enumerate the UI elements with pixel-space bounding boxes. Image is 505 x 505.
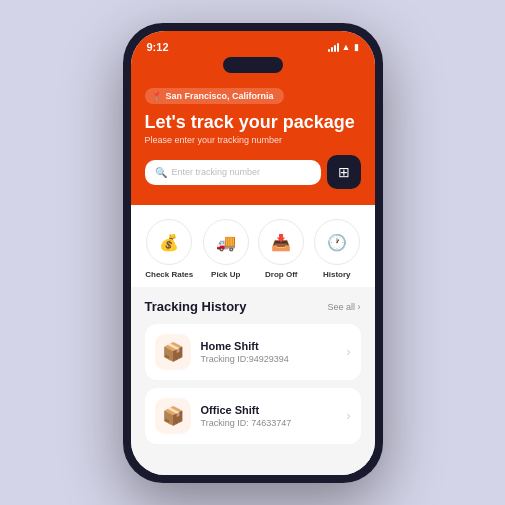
see-all-link[interactable]: See all › [327, 302, 360, 312]
header-subtitle: Please enter your tracking number [145, 135, 361, 145]
action-history[interactable]: 🕐 History [314, 219, 360, 279]
action-circle-history: 🕐 [314, 219, 360, 265]
history-section-title: Tracking History [145, 299, 247, 314]
status-bar: 9:12 ▲ ▮ [131, 31, 375, 57]
pickup-icon: 🚚 [216, 233, 236, 252]
signal-bar-3 [334, 45, 336, 52]
location-text: San Francisco, California [166, 91, 274, 101]
signal-bar-4 [337, 43, 339, 52]
phone-frame: 9:12 ▲ ▮ 📍 San Francisco, California [123, 23, 383, 483]
header-title: Let's track your package [145, 112, 361, 134]
item-info-home: Home Shift Tracking ID:94929394 [201, 340, 337, 364]
action-circle-dropoff: 📥 [258, 219, 304, 265]
search-icon: 🔍 [155, 167, 167, 178]
search-placeholder: Enter tracking number [172, 167, 261, 177]
status-icons: ▲ ▮ [328, 42, 359, 52]
action-circle-check-rates: 💰 [146, 219, 192, 265]
chevron-right-icon-office: › [347, 409, 351, 423]
signal-bar-2 [331, 47, 333, 52]
phone-screen: 9:12 ▲ ▮ 📍 San Francisco, California [131, 31, 375, 475]
dynamic-island [131, 57, 375, 77]
action-label-pickup: Pick Up [211, 270, 240, 279]
home-package-icon: 📦 [162, 341, 184, 363]
item-tracking-home: Tracking ID:94929394 [201, 354, 337, 364]
tracking-item-home[interactable]: 📦 Home Shift Tracking ID:94929394 › [145, 324, 361, 380]
action-circle-pickup: 🚚 [203, 219, 249, 265]
status-time: 9:12 [147, 41, 169, 53]
wifi-icon: ▲ [342, 42, 351, 52]
tracking-history-section: Tracking History See all › 📦 Home Shift … [131, 287, 375, 474]
scan-button[interactable]: ⊞ [327, 155, 361, 189]
action-pickup[interactable]: 🚚 Pick Up [203, 219, 249, 279]
action-label-check-rates: Check Rates [145, 270, 193, 279]
search-row: 🔍 Enter tracking number ⊞ [145, 155, 361, 189]
island-pill [223, 57, 283, 73]
history-icon: 🕐 [327, 233, 347, 252]
item-icon-box-office: 📦 [155, 398, 191, 434]
battery-icon: ▮ [354, 42, 359, 52]
action-dropoff[interactable]: 📥 Drop Off [258, 219, 304, 279]
search-input-container[interactable]: 🔍 Enter tracking number [145, 160, 321, 185]
location-badge: 📍 San Francisco, California [145, 88, 284, 104]
signal-bars-icon [328, 42, 339, 52]
chevron-right-icon-home: › [347, 345, 351, 359]
scan-icon: ⊞ [338, 164, 350, 180]
location-pin-icon: 📍 [151, 91, 162, 101]
dropoff-icon: 📥 [271, 233, 291, 252]
item-info-office: Office Shift Tracking ID: 74633747 [201, 404, 337, 428]
item-name-office: Office Shift [201, 404, 337, 416]
header-section: 📍 San Francisco, California Let's track … [131, 77, 375, 206]
action-label-history: History [323, 270, 351, 279]
office-package-icon: 📦 [162, 405, 184, 427]
item-tracking-office: Tracking ID: 74633747 [201, 418, 337, 428]
quick-actions: 💰 Check Rates 🚚 Pick Up 📥 Drop Off 🕐 [131, 205, 375, 287]
item-icon-box-home: 📦 [155, 334, 191, 370]
action-label-dropoff: Drop Off [265, 270, 297, 279]
check-rates-icon: 💰 [159, 233, 179, 252]
signal-bar-1 [328, 49, 330, 52]
tracking-item-office[interactable]: 📦 Office Shift Tracking ID: 74633747 › [145, 388, 361, 444]
action-check-rates[interactable]: 💰 Check Rates [145, 219, 193, 279]
history-header: Tracking History See all › [145, 299, 361, 314]
item-name-home: Home Shift [201, 340, 337, 352]
